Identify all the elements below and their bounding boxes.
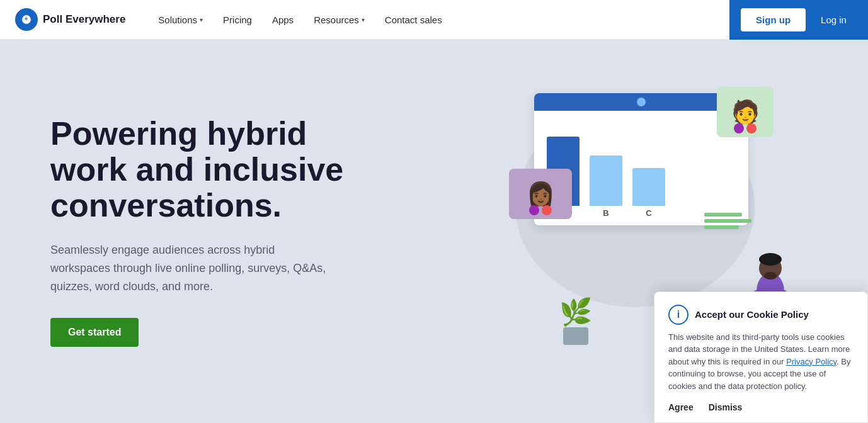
- nav-pricing[interactable]: Pricing: [215, 9, 260, 30]
- plant-decoration: 🌿: [559, 296, 592, 345]
- video-panel-left: 👩🏾: [509, 169, 572, 219]
- logo-link[interactable]: Poll Everywhere: [15, 8, 125, 31]
- hero-title: Powering hybrid work and inclusive conve…: [50, 116, 391, 224]
- svg-point-14: [759, 253, 782, 266]
- cookie-actions: Agree Dismiss: [668, 402, 854, 412]
- end-btn-right: [746, 123, 757, 133]
- chart-header: [534, 93, 748, 111]
- cookie-agree-button[interactable]: Agree: [668, 402, 694, 412]
- video-controls-right: [734, 123, 757, 133]
- cookie-banner: i Accept our Cookie Policy This website …: [654, 291, 868, 424]
- nav-resources[interactable]: Resources ▾: [306, 9, 372, 30]
- cookie-dismiss-button[interactable]: Dismiss: [709, 402, 743, 412]
- nav-apps[interactable]: Apps: [265, 9, 301, 30]
- person-right-icon: 🧑: [731, 99, 760, 125]
- logo-svg: [20, 13, 33, 26]
- login-button[interactable]: Log in: [811, 9, 857, 30]
- cookie-header: i Accept our Cookie Policy: [668, 305, 854, 325]
- plant-leaves-icon: 🌿: [559, 296, 592, 327]
- bar-c-label: C: [646, 208, 651, 218]
- mute-btn-left: [529, 205, 539, 215]
- brand-name: Poll Everywhere: [43, 13, 125, 26]
- cookie-body-text: This website and its third-party tools u…: [668, 331, 854, 393]
- privacy-policy-link[interactable]: Privacy Policy: [786, 357, 837, 366]
- bar-b-rect: [590, 155, 622, 206]
- bar-c: C: [632, 168, 665, 218]
- bar-b: B: [590, 155, 622, 218]
- resources-chevron-icon: ▾: [362, 16, 365, 23]
- video-controls-left: [529, 205, 552, 215]
- nav-solutions[interactable]: Solutions ▾: [151, 9, 210, 30]
- get-started-button[interactable]: Get started: [50, 318, 139, 347]
- hero-content: Powering hybrid work and inclusive conve…: [0, 78, 441, 385]
- hero-subtitle: Seamlessly engage audiences across hybri…: [50, 241, 328, 295]
- screen-lines: [704, 213, 751, 229]
- chart-header-dot: [637, 98, 646, 106]
- plant-pot: [563, 327, 588, 345]
- navigation: Poll Everywhere Solutions ▾ Pricing Apps…: [0, 0, 868, 40]
- cookie-title: Accept our Cookie Policy: [695, 309, 809, 320]
- nav-contact-sales[interactable]: Contact sales: [377, 9, 450, 30]
- solutions-chevron-icon: ▾: [200, 16, 203, 23]
- person-left-icon: 👩🏾: [527, 181, 555, 207]
- end-btn-left: [542, 205, 552, 215]
- bar-b-label: B: [603, 208, 608, 218]
- nav-auth-area: Sign up Log in: [729, 0, 868, 40]
- mute-btn-right: [734, 123, 744, 133]
- cookie-info-icon: i: [668, 305, 688, 325]
- logo-icon: [15, 8, 38, 31]
- signup-button[interactable]: Sign up: [741, 8, 806, 31]
- svg-point-15: [764, 272, 777, 279]
- video-panel-right: 🧑: [717, 87, 774, 137]
- bar-c-rect: [632, 168, 665, 206]
